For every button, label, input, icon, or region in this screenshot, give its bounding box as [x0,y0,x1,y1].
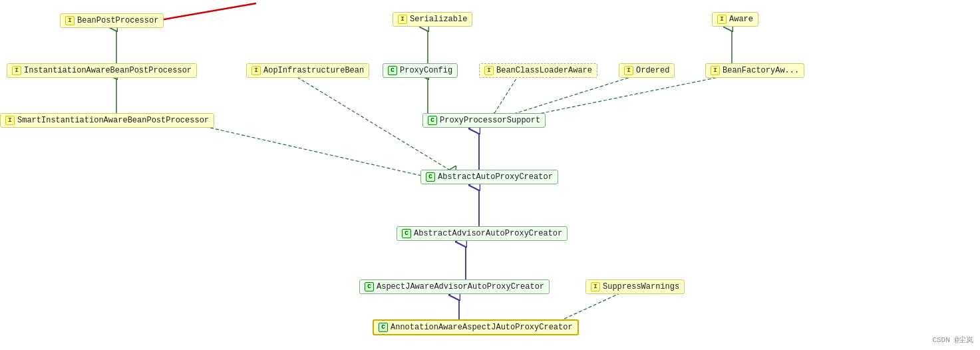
node-AbstractAutoProxyCreator: C AbstractAutoProxyCreator [420,170,558,184]
icon-interface: I [5,116,15,125]
node-label: AnnotationAwareAspectJAutoProxyCreator [391,323,573,332]
svg-line-4 [190,123,439,180]
node-SmartInstantiationAwareBeanPostProcessor: I SmartInstantiationAwareBeanPostProcess… [0,113,214,128]
node-AbstractAdvisorAutoProxyCreator: C AbstractAdvisorAutoProxyCreator [397,226,568,241]
icon-class: C [428,116,437,125]
icon-interface: I [624,66,633,75]
node-label: Aware [729,15,753,24]
icon-interface: I [484,66,494,75]
icon-class: C [426,172,435,182]
node-label: InstantiationAwareBeanPostProcessor [24,66,192,75]
icon-interface: I [591,282,600,291]
svg-line-9 [526,75,732,116]
node-label: BeanPostProcessor [77,16,158,25]
icon-class: C [365,282,374,291]
diagram-container: I BeanPostProcessor I InstantiationAware… [0,0,980,350]
icon-interface: I [711,66,720,75]
node-ProxyProcessorSupport: C ProxyProcessorSupport [422,113,546,128]
node-SuppressWarnings: I SuppressWarnings [585,279,685,294]
node-Serializable: I Serializable [393,12,472,27]
node-label: AbstractAdvisorAutoProxyCreator [414,229,562,238]
icon-class: C [388,66,397,75]
svg-line-15 [153,3,256,21]
node-label: AspectJAwareAdvisorAutoProxyCreator [377,282,544,291]
icon-interface: I [65,16,75,25]
svg-line-7 [492,75,519,116]
node-AnnotationAwareAspectJAutoProxyCreator: C AnnotationAwareAspectJAutoProxyCreator [373,319,579,335]
node-label: Ordered [636,66,669,75]
node-InstantiationAwareBeanPostProcessor: I InstantiationAwareBeanPostProcessor [7,63,197,78]
icon-interface: I [12,66,21,75]
watermark: CSDN @尘岚 [932,335,973,345]
node-BeanPostProcessor: I BeanPostProcessor [60,13,164,28]
node-label: Serializable [410,15,467,24]
node-label: SuppressWarnings [603,282,679,291]
node-label: ProxyConfig [400,66,452,75]
icon-class: C [402,229,411,238]
icon-interface: I [251,66,261,75]
node-BeanFactoryAware: I BeanFactoryAw... [705,63,804,78]
icon-interface: I [398,15,407,24]
node-label: AopInfrastructureBean [263,66,364,75]
node-AspectJAwareAdvisorAutoProxyCreator: C AspectJAwareAdvisorAutoProxyCreator [359,279,550,294]
node-Aware: I Aware [712,12,758,27]
node-BeanClassLoaderAware: I BeanClassLoaderAware [479,63,597,78]
node-AopInfrastructureBean: I AopInfrastructureBean [246,63,369,78]
node-Ordered: I Ordered [619,63,675,78]
node-label: BeanFactoryAw... [723,66,799,75]
node-label: BeanClassLoaderAware [496,66,592,75]
node-label: AbstractAutoProxyCreator [438,172,553,182]
node-label: SmartInstantiationAwareBeanPostProcessor [17,116,209,125]
icon-class: C [379,323,388,332]
node-label: ProxyProcessorSupport [440,116,540,125]
icon-interface: I [717,15,727,24]
node-ProxyConfig: C ProxyConfig [383,63,458,78]
svg-line-8 [506,75,639,116]
